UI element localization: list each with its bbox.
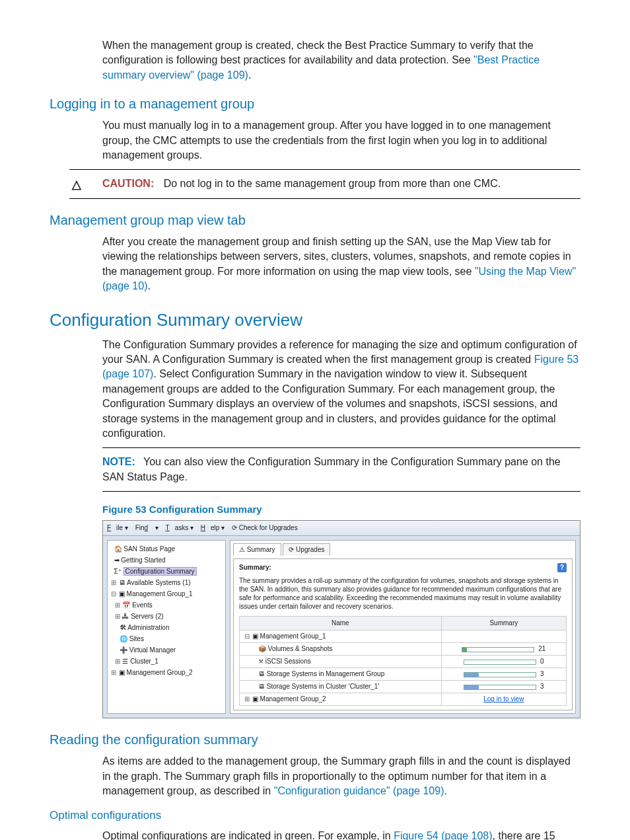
mapview-paragraph: After you create the management group an… [102, 235, 580, 294]
tree-item[interactable]: ➡ Getting Started [110, 554, 223, 566]
summary-table: Name Summary ⊟ ▣ Management Group_1 📦 Vo… [239, 616, 567, 706]
link-config-guidance[interactable]: "Configuration guidance" (page 109) [274, 785, 444, 796]
tab-upgrades[interactable]: ⟳ Upgrades [283, 543, 330, 556]
figure-caption: Figure 53 Configuration Summary [102, 502, 580, 516]
menu-file[interactable]: FFile ▾ile ▾ [107, 524, 128, 531]
summary-label: Summary: [239, 564, 271, 571]
tree-item[interactable]: ⊞ ☰ Cluster_1 [110, 656, 223, 667]
help-icon[interactable]: ? [557, 563, 567, 572]
intro-text-a: When the management group is created, ch… [102, 40, 534, 65]
tree-item[interactable]: 🌐 Sites [110, 633, 223, 644]
config-text-a: The Configuration Summary provides a ref… [102, 339, 577, 365]
caution-text: Do not log in to the same management gro… [164, 178, 501, 189]
table-row[interactable]: ⊟ ▣ Management Group_1 [240, 630, 567, 643]
caution-box: △ CAUTION: Do not log in to the same man… [69, 169, 580, 198]
summary-panel: ? Summary: The summary provides a roll-u… [233, 558, 573, 710]
tree-item[interactable]: ⊟ ▣ Management Group_1 [110, 588, 223, 599]
nav-tree: 🏠 SAN Status Page ➡ Getting Started Σ⁺ C… [107, 540, 226, 714]
note-box: NOTE: You can also view the Configuratio… [102, 447, 580, 492]
summary-description: The summary provides a roll-up summary o… [239, 576, 567, 611]
tree-item[interactable]: ⊞ 🖧 Servers (2) [110, 611, 223, 622]
caution-icon: △ [72, 176, 81, 193]
login-link[interactable]: Log in to view [483, 695, 524, 703]
tree-item[interactable]: 🛠 Administration [110, 622, 223, 633]
th-summary: Summary [441, 617, 566, 630]
note-text: You can also view the Configuration Summ… [102, 456, 561, 482]
config-text-b: . Select Configuration Summary in the na… [102, 368, 557, 439]
menu-help[interactable]: Help ▾ [201, 524, 225, 531]
menubar: FFile ▾ile ▾ Find ▾ Tasks ▾ Help ▾ ⟳ Che… [103, 521, 580, 536]
table-row[interactable]: 📦 Volumes & Snapshots 21 [240, 643, 567, 656]
main-panel: ⚠ Summary ⟳ Upgrades ? Summary: The summ… [230, 540, 576, 714]
tab-bar: ⚠ Summary ⟳ Upgrades [233, 543, 573, 556]
reading-paragraph: As items are added to the management gro… [102, 754, 580, 798]
menu-find[interactable]: Find ▾ [135, 524, 158, 531]
menu-tasks[interactable]: Tasks ▾ [166, 524, 193, 531]
optimal-text-a: Optimal configurations are indicated in … [102, 830, 394, 840]
tree-item[interactable]: ⊞ 📅 Events [110, 599, 223, 611]
tree-item[interactable]: 🏠 SAN Status Page [110, 543, 223, 554]
table-row[interactable]: ⊞ ▣ Management Group_2 Log in to view [240, 693, 567, 706]
tree-item[interactable]: ⊞ ▣ Management Group_2 [110, 667, 223, 678]
reading-text-b: . [444, 785, 446, 796]
config-paragraph: The Configuration Summary provides a ref… [102, 338, 580, 441]
tree-item-selected[interactable]: Σ⁺ Configuration Summary [110, 566, 223, 577]
menu-check-upgrades[interactable]: ⟳ Check for Upgrades [232, 524, 298, 531]
mapview-text-b: . [148, 280, 151, 291]
caution-label: CAUTION: [102, 178, 160, 189]
intro-paragraph: When the management group is created, ch… [102, 38, 580, 83]
heading-logging-in: Logging in to a management group [50, 95, 580, 113]
table-row[interactable]: ⤱ iSCSI Sessions 0 [240, 656, 567, 668]
link-figure-54[interactable]: Figure 54 (page 108) [394, 830, 492, 840]
login-paragraph: You must manually log in to a management… [102, 118, 580, 163]
table-row[interactable]: 🖥 Storage Systems in Management Group 3 [240, 668, 567, 681]
note-label: NOTE: [102, 456, 141, 467]
table-row[interactable]: 🖥 Storage Systems in Cluster 'Cluster_1'… [240, 681, 567, 693]
tab-summary[interactable]: ⚠ Summary [233, 543, 281, 556]
intro-text-b: . [248, 69, 251, 81]
th-name: Name [240, 617, 442, 630]
tree-item[interactable]: ➕ Virtual Manager [110, 644, 223, 656]
heading-optimal: Optimal configurations [50, 808, 580, 823]
heading-config-overview: Configuration Summary overview [50, 308, 580, 332]
heading-reading: Reading the configuration summary [50, 730, 580, 749]
heading-mapview: Management group map view tab [50, 211, 580, 229]
screenshot-figure: FFile ▾ile ▾ Find ▾ Tasks ▾ Help ▾ ⟳ Che… [102, 520, 580, 718]
tree-item[interactable]: ⊞ 🖥 Available Systems (1) [110, 577, 223, 588]
optimal-paragraph: Optimal configurations are indicated in … [102, 829, 580, 840]
